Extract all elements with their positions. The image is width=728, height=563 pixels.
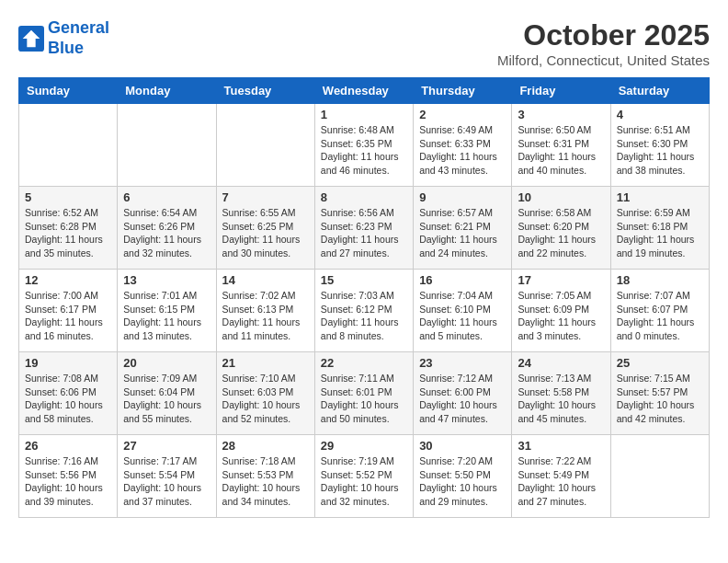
calendar-cell — [19, 104, 118, 187]
location: Milford, Connecticut, United States — [497, 52, 710, 68]
calendar-cell: 4Sunrise: 6:51 AM Sunset: 6:30 PM Daylig… — [610, 104, 709, 187]
calendar-cell: 17Sunrise: 7:05 AM Sunset: 6:09 PM Dayli… — [512, 270, 610, 352]
day-number: 14 — [222, 273, 309, 287]
calendar-cell: 28Sunrise: 7:18 AM Sunset: 5:53 PM Dayli… — [216, 435, 314, 518]
day-info: Sunrise: 7:04 AM Sunset: 6:10 PM Dayligh… — [419, 289, 506, 343]
calendar-table: SundayMondayTuesdayWednesdayThursdayFrid… — [18, 77, 710, 518]
calendar-cell: 1Sunrise: 6:48 AM Sunset: 6:35 PM Daylig… — [314, 104, 413, 187]
day-info: Sunrise: 7:19 AM Sunset: 5:52 PM Dayligh… — [321, 454, 407, 509]
day-number: 18 — [617, 273, 703, 287]
day-info: Sunrise: 7:13 AM Sunset: 5:58 PM Dayligh… — [518, 372, 604, 426]
calendar-cell: 11Sunrise: 6:59 AM Sunset: 6:18 PM Dayli… — [610, 187, 709, 270]
week-row-4: 19Sunrise: 7:08 AM Sunset: 6:06 PM Dayli… — [19, 352, 710, 435]
weekday-header-saturday: Saturday — [610, 78, 709, 104]
weekday-header-thursday: Thursday — [414, 78, 512, 104]
calendar-cell: 3Sunrise: 6:50 AM Sunset: 6:31 PM Daylig… — [512, 104, 610, 187]
month-title: October 2025 — [497, 18, 710, 52]
day-info: Sunrise: 7:02 AM Sunset: 6:13 PM Dayligh… — [222, 289, 309, 343]
calendar-cell — [216, 104, 314, 187]
calendar-cell: 25Sunrise: 7:15 AM Sunset: 5:57 PM Dayli… — [610, 352, 709, 435]
day-number: 29 — [321, 439, 407, 453]
day-info: Sunrise: 7:17 AM Sunset: 5:54 PM Dayligh… — [123, 454, 210, 509]
day-number: 3 — [518, 108, 604, 121]
calendar-cell: 2Sunrise: 6:49 AM Sunset: 6:33 PM Daylig… — [414, 104, 512, 187]
day-info: Sunrise: 7:10 AM Sunset: 6:03 PM Dayligh… — [222, 372, 309, 426]
day-number: 27 — [123, 439, 210, 453]
calendar-cell: 13Sunrise: 7:01 AM Sunset: 6:15 PM Dayli… — [118, 270, 216, 352]
calendar-cell: 30Sunrise: 7:20 AM Sunset: 5:50 PM Dayli… — [414, 435, 512, 518]
calendar-cell: 26Sunrise: 7:16 AM Sunset: 5:56 PM Dayli… — [19, 435, 118, 518]
weekday-header-monday: Monday — [118, 78, 216, 104]
day-info: Sunrise: 6:56 AM Sunset: 6:23 PM Dayligh… — [321, 206, 407, 260]
calendar-cell: 22Sunrise: 7:11 AM Sunset: 6:01 PM Dayli… — [314, 352, 413, 435]
day-number: 9 — [419, 190, 506, 204]
logo-line2: Blue — [48, 39, 84, 57]
weekday-header-wednesday: Wednesday — [314, 78, 413, 104]
day-info: Sunrise: 7:09 AM Sunset: 6:04 PM Dayligh… — [123, 372, 210, 426]
calendar-cell: 20Sunrise: 7:09 AM Sunset: 6:04 PM Dayli… — [118, 352, 216, 435]
day-info: Sunrise: 6:57 AM Sunset: 6:21 PM Dayligh… — [419, 206, 506, 260]
day-info: Sunrise: 6:52 AM Sunset: 6:28 PM Dayligh… — [25, 206, 111, 260]
day-number: 15 — [321, 273, 407, 287]
week-row-1: 1Sunrise: 6:48 AM Sunset: 6:35 PM Daylig… — [19, 104, 710, 187]
day-number: 17 — [518, 273, 604, 287]
logo: General Blue — [18, 18, 109, 58]
day-number: 19 — [25, 356, 111, 370]
calendar-cell: 10Sunrise: 6:58 AM Sunset: 6:20 PM Dayli… — [512, 187, 610, 270]
day-number: 12 — [25, 273, 111, 287]
calendar-cell: 29Sunrise: 7:19 AM Sunset: 5:52 PM Dayli… — [314, 435, 413, 518]
day-info: Sunrise: 7:05 AM Sunset: 6:09 PM Dayligh… — [518, 289, 604, 343]
day-info: Sunrise: 7:03 AM Sunset: 6:12 PM Dayligh… — [321, 289, 407, 343]
header-row: SundayMondayTuesdayWednesdayThursdayFrid… — [19, 78, 710, 104]
day-number: 8 — [321, 190, 407, 204]
day-info: Sunrise: 7:15 AM Sunset: 5:57 PM Dayligh… — [617, 372, 703, 426]
day-info: Sunrise: 7:20 AM Sunset: 5:50 PM Dayligh… — [419, 454, 506, 509]
calendar-cell: 27Sunrise: 7:17 AM Sunset: 5:54 PM Dayli… — [118, 435, 216, 518]
day-number: 26 — [25, 439, 111, 453]
calendar-cell: 14Sunrise: 7:02 AM Sunset: 6:13 PM Dayli… — [216, 270, 314, 352]
day-number: 16 — [419, 273, 506, 287]
day-number: 21 — [222, 356, 309, 370]
day-info: Sunrise: 7:01 AM Sunset: 6:15 PM Dayligh… — [123, 289, 210, 343]
day-number: 31 — [518, 439, 604, 453]
calendar-cell: 9Sunrise: 6:57 AM Sunset: 6:21 PM Daylig… — [414, 187, 512, 270]
day-info: Sunrise: 7:22 AM Sunset: 5:49 PM Dayligh… — [518, 454, 604, 509]
day-number: 10 — [518, 190, 604, 204]
day-number: 2 — [419, 108, 506, 121]
day-info: Sunrise: 6:49 AM Sunset: 6:33 PM Dayligh… — [419, 123, 506, 178]
calendar-cell: 24Sunrise: 7:13 AM Sunset: 5:58 PM Dayli… — [512, 352, 610, 435]
day-info: Sunrise: 7:12 AM Sunset: 6:00 PM Dayligh… — [419, 372, 506, 426]
calendar-cell: 6Sunrise: 6:54 AM Sunset: 6:26 PM Daylig… — [118, 187, 216, 270]
calendar-cell: 12Sunrise: 7:00 AM Sunset: 6:17 PM Dayli… — [19, 270, 118, 352]
calendar-cell: 15Sunrise: 7:03 AM Sunset: 6:12 PM Dayli… — [314, 270, 413, 352]
day-info: Sunrise: 6:48 AM Sunset: 6:35 PM Dayligh… — [321, 123, 407, 178]
day-number: 5 — [25, 190, 111, 204]
week-row-3: 12Sunrise: 7:00 AM Sunset: 6:17 PM Dayli… — [19, 270, 710, 352]
day-number: 22 — [321, 356, 407, 370]
logo-text: General Blue — [48, 18, 109, 58]
day-info: Sunrise: 7:18 AM Sunset: 5:53 PM Dayligh… — [222, 454, 309, 509]
calendar-cell: 16Sunrise: 7:04 AM Sunset: 6:10 PM Dayli… — [414, 270, 512, 352]
day-info: Sunrise: 6:54 AM Sunset: 6:26 PM Dayligh… — [123, 206, 210, 260]
weekday-header-sunday: Sunday — [19, 78, 118, 104]
weekday-header-friday: Friday — [512, 78, 610, 104]
day-number: 1 — [321, 108, 407, 121]
calendar-cell — [118, 104, 216, 187]
day-number: 24 — [518, 356, 604, 370]
day-number: 30 — [419, 439, 506, 453]
title-area: October 2025 Milford, Connecticut, Unite… — [497, 18, 710, 68]
day-number: 20 — [123, 356, 210, 370]
day-info: Sunrise: 7:00 AM Sunset: 6:17 PM Dayligh… — [25, 289, 111, 343]
day-number: 11 — [617, 190, 703, 204]
day-number: 4 — [617, 108, 703, 121]
day-info: Sunrise: 6:51 AM Sunset: 6:30 PM Dayligh… — [617, 123, 703, 178]
day-number: 28 — [222, 439, 309, 453]
logo-icon — [18, 26, 44, 52]
logo-line1: General — [48, 18, 109, 37]
day-number: 6 — [123, 190, 210, 204]
calendar-cell — [610, 435, 709, 518]
calendar-cell: 19Sunrise: 7:08 AM Sunset: 6:06 PM Dayli… — [19, 352, 118, 435]
day-info: Sunrise: 7:08 AM Sunset: 6:06 PM Dayligh… — [25, 372, 111, 426]
calendar-cell: 21Sunrise: 7:10 AM Sunset: 6:03 PM Dayli… — [216, 352, 314, 435]
calendar-cell: 5Sunrise: 6:52 AM Sunset: 6:28 PM Daylig… — [19, 187, 118, 270]
